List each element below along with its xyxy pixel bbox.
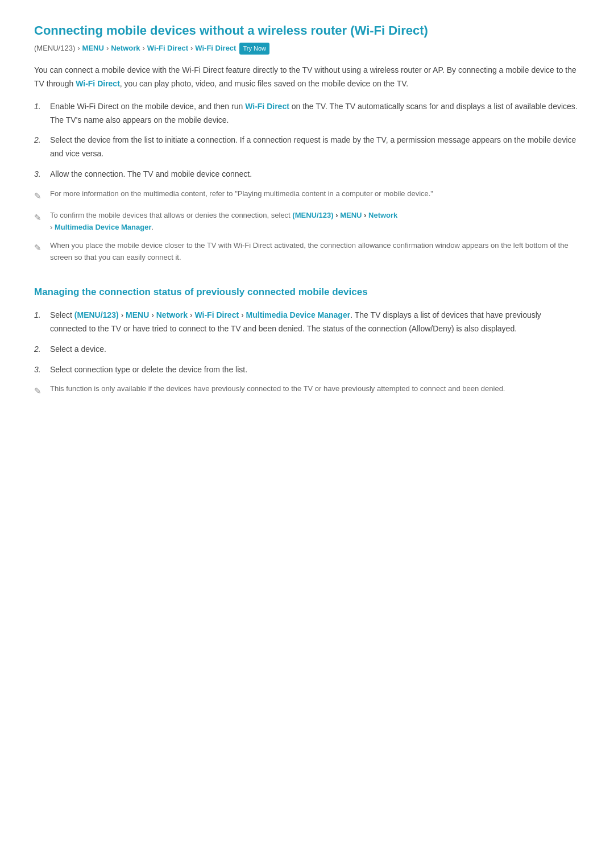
breadcrumb-wifidirect2: Wi-Fi Direct bbox=[195, 43, 236, 55]
note-icon-3: ✎ bbox=[34, 241, 47, 255]
breadcrumb-menu123: (MENU/123) bbox=[34, 43, 75, 55]
breadcrumb-network: Network bbox=[111, 43, 140, 55]
breadcrumb-chevron-3: › bbox=[143, 43, 145, 55]
note-3: ✎ When you place the mobile device close… bbox=[34, 240, 580, 264]
section2-note-1-text: This function is only available if the d… bbox=[50, 383, 505, 395]
note2-network: Network bbox=[368, 211, 397, 219]
section2-step-2: 2. Select a device. bbox=[34, 343, 580, 356]
s2-menu123: (MENU/123) bbox=[74, 310, 119, 319]
step-1-text: Enable Wi-Fi Direct on the mobile device… bbox=[50, 100, 580, 127]
wifidirect-link-step1: Wi-Fi Direct bbox=[245, 102, 289, 111]
section2-step-1-text: Select (MENU/123) › MENU › Network › Wi-… bbox=[50, 309, 580, 336]
section2-step-1: 1. Select (MENU/123) › MENU › Network › … bbox=[34, 309, 580, 336]
s2-menu: MENU bbox=[126, 310, 149, 319]
try-now-badge[interactable]: Try Now bbox=[239, 43, 269, 55]
section2-step-3: 3. Select connection type or delete the … bbox=[34, 363, 580, 377]
step-3-text: Allow the connection. The TV and mobile … bbox=[50, 168, 252, 181]
section2-step-3-number: 3. bbox=[34, 363, 50, 377]
step-3-number: 3. bbox=[34, 168, 50, 181]
step-1-number: 1. bbox=[34, 100, 50, 114]
breadcrumb-chevron-2: › bbox=[106, 43, 109, 55]
steps-list: 1. Enable Wi-Fi Direct on the mobile dev… bbox=[34, 100, 580, 181]
note-2-text: To confirm the mobile devices that allow… bbox=[50, 210, 397, 234]
breadcrumb-wifidirect1: Wi-Fi Direct bbox=[147, 43, 188, 55]
note-icon-2: ✎ bbox=[34, 211, 47, 225]
section2-note-icon-1: ✎ bbox=[34, 384, 47, 398]
s2-network: Network bbox=[156, 310, 188, 319]
step-3: 3. Allow the connection. The TV and mobi… bbox=[34, 168, 580, 181]
breadcrumb-chevron-4: › bbox=[190, 43, 193, 55]
section2-steps-list: 1. Select (MENU/123) › MENU › Network › … bbox=[34, 309, 580, 376]
step-1: 1. Enable Wi-Fi Direct on the mobile dev… bbox=[34, 100, 580, 127]
section2-step-3-text: Select connection type or delete the dev… bbox=[50, 363, 247, 377]
section2-note-1: ✎ This function is only available if the… bbox=[34, 383, 580, 398]
note-icon-1: ✎ bbox=[34, 189, 47, 203]
section2-step-2-number: 2. bbox=[34, 343, 50, 356]
section2-title: Managing the connection status of previo… bbox=[34, 284, 580, 300]
breadcrumb-menu: MENU bbox=[82, 43, 104, 55]
note2-menu123: (MENU/123) bbox=[292, 211, 333, 219]
s2-multimedia-mgr: Multimedia Device Manager bbox=[246, 310, 351, 319]
s2-wifidirect: Wi-Fi Direct bbox=[194, 310, 239, 319]
step-2: 2. Select the device from the list to in… bbox=[34, 134, 580, 161]
page-title: Connecting mobile devices without a wire… bbox=[34, 23, 580, 39]
step-2-number: 2. bbox=[34, 134, 50, 147]
section2-step-1-number: 1. bbox=[34, 309, 50, 322]
intro-paragraph: You can connect a mobile device with the… bbox=[34, 64, 580, 91]
section2-step-2-text: Select a device. bbox=[50, 343, 106, 356]
note-3-text: When you place the mobile device closer … bbox=[50, 240, 580, 264]
note-1-text: For more information on the multimedia c… bbox=[50, 188, 433, 200]
note-1: ✎ For more information on the multimedia… bbox=[34, 188, 580, 203]
breadcrumb-chevron-1: › bbox=[77, 43, 80, 55]
wifidirect-link-intro: Wi-Fi Direct bbox=[76, 79, 120, 88]
breadcrumb: (MENU/123) › MENU › Network › Wi-Fi Dire… bbox=[34, 43, 580, 55]
note-2: ✎ To confirm the mobile devices that all… bbox=[34, 210, 580, 234]
step-2-text: Select the device from the list to initi… bbox=[50, 134, 580, 161]
note2-multimedia-mgr: Multimedia Device Manager bbox=[55, 223, 152, 231]
note2-menu: MENU bbox=[340, 211, 362, 219]
